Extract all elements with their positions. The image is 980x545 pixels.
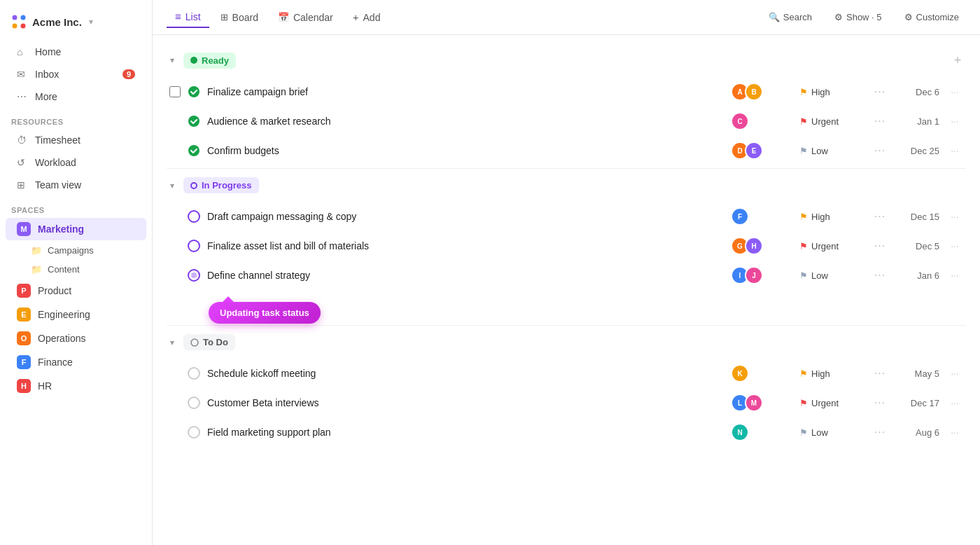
task-circle-active-icon[interactable]: [188, 269, 200, 282]
engineering-dot: E: [17, 308, 31, 322]
svg-point-11: [191, 339, 198, 346]
section-header-in-progress: ▾ In Progress: [167, 172, 966, 199]
avatar: J: [745, 266, 763, 284]
task-more-options[interactable]: ···: [869, 396, 890, 409]
top-navigation: ≡ List ⊞ Board 📅 Calendar + Add 🔍 Search…: [153, 0, 980, 35]
sidebar-sub-campaigns[interactable]: 📁 Campaigns: [6, 242, 146, 259]
task-row[interactable]: Field marketing support plan N ⚑ Low ···…: [167, 418, 966, 447]
task-context-menu[interactable]: ···: [946, 86, 963, 97]
task-row[interactable]: Define channel strategy I J ⚑ Low ··· Ja…: [167, 261, 966, 290]
sidebar-item-workload[interactable]: ↺ Workload: [6, 152, 146, 173]
svg-point-4: [188, 86, 200, 97]
show-button[interactable]: ⚙ Show · 5: [827, 8, 889, 26]
task-row[interactable]: Schedule kickoff meeting K ⚑ High ··· Ma…: [167, 359, 966, 388]
priority-flag-icon: ⚑: [799, 241, 808, 251]
task-name: Confirm budgets: [207, 145, 724, 156]
task-context-menu[interactable]: ···: [946, 270, 963, 281]
tab-calendar[interactable]: 📅 Calendar: [270, 8, 342, 27]
task-assignees: L M: [731, 394, 787, 412]
customize-button[interactable]: ⚙ Customize: [897, 8, 966, 26]
task-row[interactable]: Audience & market research C ⚑ Urgent ··…: [167, 106, 966, 136]
task-circle-icon: [188, 210, 200, 223]
task-due-date: Dec 15: [897, 212, 939, 222]
sidebar-item-hr[interactable]: H HR: [6, 375, 146, 397]
task-context-menu[interactable]: ···: [946, 427, 963, 438]
tab-add[interactable]: + Add: [344, 7, 389, 27]
main-content: ≡ List ⊞ Board 📅 Calendar + Add 🔍 Search…: [153, 0, 980, 545]
task-row[interactable]: Customer Beta interviews L M ⚑ Urgent ··…: [167, 388, 966, 418]
show-icon: ⚙: [834, 12, 843, 22]
svg-point-10: [191, 272, 197, 278]
task-due-date: Dec 17: [897, 398, 939, 408]
priority-label: Urgent: [811, 241, 839, 251]
svg-point-6: [188, 145, 200, 156]
search-icon: 🔍: [769, 12, 780, 22]
marketing-label: Marketing: [38, 223, 84, 235]
task-assignees: D E: [731, 142, 787, 160]
task-circle-icon: [188, 240, 200, 252]
task-row[interactable]: Finalize asset list and bill of material…: [167, 231, 966, 261]
task-more-options[interactable]: ···: [869, 144, 890, 157]
priority-flag-icon: ⚑: [799, 212, 808, 222]
sidebar-sub-content[interactable]: 📁 Content: [6, 261, 146, 278]
avatar: H: [745, 237, 763, 255]
engineering-label: Engineering: [38, 309, 90, 320]
inbox-label: Inbox: [35, 69, 59, 80]
task-more-options[interactable]: ···: [869, 85, 890, 98]
ready-status-badge: Ready: [183, 53, 236, 69]
task-row[interactable]: Confirm budgets D E ⚑ Low ··· Dec 25 ···: [167, 136, 966, 165]
in-progress-collapse-icon[interactable]: ▾: [167, 181, 178, 191]
ready-collapse-icon[interactable]: ▾: [167, 55, 178, 65]
sidebar-item-finance[interactable]: F Finance: [6, 351, 146, 373]
svg-point-1: [21, 15, 26, 20]
task-more-options[interactable]: ···: [869, 115, 890, 127]
task-more-options[interactable]: ···: [869, 269, 890, 282]
todo-collapse-icon[interactable]: ▾: [167, 338, 178, 347]
task-name: Draft campaign messaging & copy: [207, 211, 724, 222]
list-tab-label: List: [186, 11, 201, 22]
task-context-menu[interactable]: ···: [946, 145, 963, 156]
ready-add-button[interactable]: +: [949, 52, 966, 69]
task-more-options[interactable]: ···: [869, 367, 890, 380]
inbox-badge: 9: [122, 69, 135, 79]
priority-label: High: [811, 212, 830, 222]
app-logo[interactable]: Acme Inc. ▾: [0, 8, 152, 41]
task-context-menu[interactable]: ···: [946, 240, 963, 251]
task-due-date: Dec 5: [897, 241, 939, 251]
task-assignees: C: [731, 112, 787, 130]
search-button[interactable]: 🔍 Search: [762, 8, 819, 26]
sidebar-item-timesheet[interactable]: ⏱ Timesheet: [6, 130, 146, 151]
timesheet-label: Timesheet: [35, 134, 80, 146]
task-checkbox[interactable]: [169, 86, 181, 97]
task-priority: ⚑ Urgent: [799, 241, 862, 251]
sidebar-item-product[interactable]: P Product: [6, 280, 146, 302]
task-done-icon: [188, 144, 200, 157]
sidebar-item-home[interactable]: ⌂ Home: [6, 41, 146, 62]
sidebar-item-team-view[interactable]: ⊞ Team view: [6, 174, 146, 195]
tab-board[interactable]: ⊞ Board: [212, 8, 267, 27]
section-header-ready: ▾ Ready +: [167, 46, 966, 74]
search-label: Search: [783, 12, 812, 22]
sidebar-item-more[interactable]: ⋯ More: [6, 86, 146, 107]
task-due-date: May 5: [897, 368, 939, 379]
tab-list[interactable]: ≡ List: [167, 6, 209, 28]
task-context-menu[interactable]: ···: [946, 116, 963, 127]
task-more-options[interactable]: ···: [869, 426, 890, 439]
avatar: B: [745, 83, 763, 101]
priority-label: Urgent: [811, 116, 839, 127]
task-context-menu[interactable]: ···: [946, 211, 963, 222]
sidebar-item-marketing[interactable]: M Marketing: [6, 218, 146, 240]
task-priority: ⚑ Urgent: [799, 116, 862, 127]
svg-point-0: [13, 15, 18, 20]
task-more-options[interactable]: ···: [869, 240, 890, 252]
priority-flag-icon: ⚑: [799, 270, 808, 281]
task-row[interactable]: Draft campaign messaging & copy F ⚑ High…: [167, 202, 966, 231]
task-row[interactable]: Finalize campaign brief A B ⚑ High ··· D…: [167, 77, 966, 106]
sidebar-item-operations[interactable]: O Operations: [6, 327, 146, 350]
task-context-menu[interactable]: ···: [946, 397, 963, 408]
sidebar-item-engineering[interactable]: E Engineering: [6, 303, 146, 326]
task-more-options[interactable]: ···: [869, 210, 890, 223]
task-context-menu[interactable]: ···: [946, 368, 963, 379]
sidebar-item-inbox[interactable]: ✉ Inbox 9: [6, 64, 146, 85]
task-assignees: F: [731, 207, 787, 226]
